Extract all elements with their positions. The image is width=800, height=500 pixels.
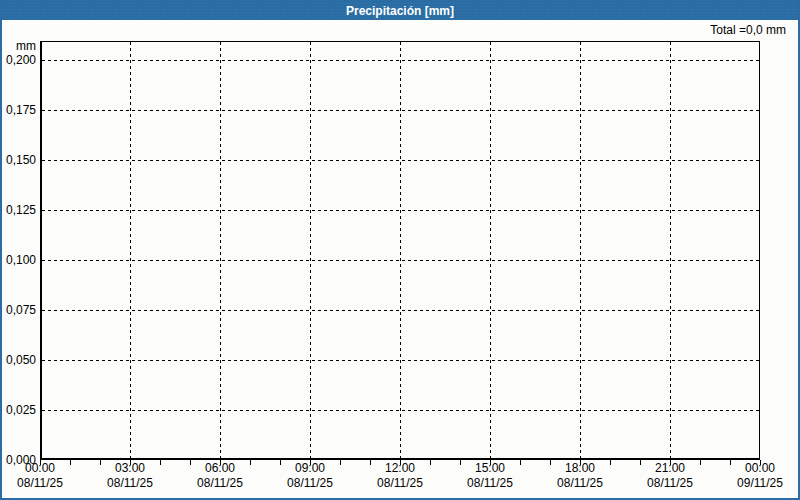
x-tick-label: 21:0008/11/25 [630,461,710,491]
x-tick-label: 03:0008/11/25 [90,461,170,491]
x-tick-date: 09/11/25 [720,476,800,491]
chart-window: Precipitación [mm] Total =0,0 mm mm 0,20… [0,0,800,500]
x-tick-time: 00:00 [0,461,80,476]
x-tick-date: 08/11/25 [630,476,710,491]
x-tick-time: 15:00 [450,461,530,476]
x-tick-label: 12:0008/11/25 [360,461,440,491]
x-tick-label: 06:0008/11/25 [180,461,260,491]
x-tick-date: 08/11/25 [450,476,530,491]
x-tick-label: 15:0008/11/25 [450,461,530,491]
x-tick-time: 12:00 [360,461,440,476]
x-tick-time: 21:00 [630,461,710,476]
x-tick-date: 08/11/25 [90,476,170,491]
x-tick-time: 06:00 [180,461,260,476]
x-tick-time: 00:00 [720,461,800,476]
x-axis-labels: 00:0008/11/2503:0008/11/2506:0008/11/250… [2,2,798,498]
x-tick-time: 09:00 [270,461,350,476]
x-tick-label: 09:0008/11/25 [270,461,350,491]
x-tick-date: 08/11/25 [540,476,620,491]
x-tick-date: 08/11/25 [360,476,440,491]
x-tick-date: 08/11/25 [0,476,80,491]
x-tick-label: 00:0009/11/25 [720,461,800,491]
x-tick-label: 18:0008/11/25 [540,461,620,491]
x-tick-date: 08/11/25 [270,476,350,491]
x-tick-time: 18:00 [540,461,620,476]
x-tick-time: 03:00 [90,461,170,476]
x-tick-date: 08/11/25 [180,476,260,491]
x-tick-label: 00:0008/11/25 [0,461,80,491]
